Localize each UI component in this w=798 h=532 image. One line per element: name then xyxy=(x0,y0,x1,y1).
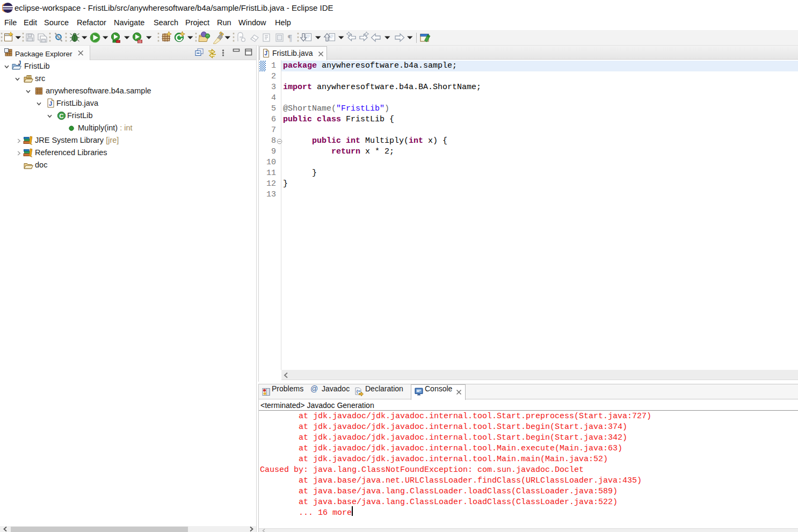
svg-text:{=: {= xyxy=(357,389,361,393)
svg-text:J: J xyxy=(264,50,267,56)
svg-text:C: C xyxy=(59,113,63,119)
svg-text:J: J xyxy=(49,100,52,107)
svg-text:J: J xyxy=(18,60,21,66)
svg-text:¶: ¶ xyxy=(288,33,292,43)
